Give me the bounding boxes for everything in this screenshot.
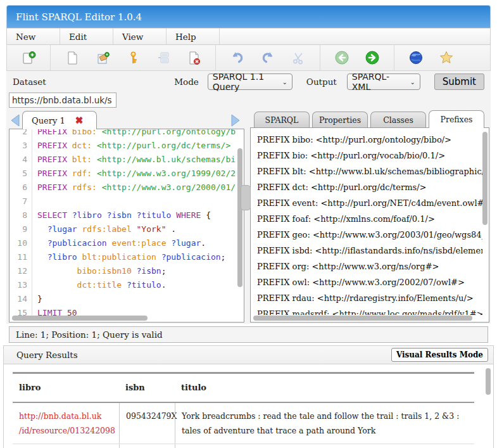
query-tab[interactable]: Query 1 ✖ [22, 111, 97, 129]
star-icon[interactable] [439, 50, 454, 65]
line-number: 7 [9, 195, 32, 208]
code-token: dct:title [37, 280, 122, 290]
result-uri-link[interactable]: http://bnb.data.bl.uk [19, 409, 113, 423]
undo-icon[interactable] [230, 50, 245, 65]
output-select[interactable]: SPARQL-XML ⌄ [347, 74, 420, 90]
chevron-down-icon: ⌄ [410, 79, 415, 86]
code-token: <http://www.w3.org/2000/01/ [97, 182, 236, 192]
toolbar-group-nav [320, 45, 394, 70]
results-table: libro isbn titulo http://bnb.data.bl.uk/… [13, 372, 474, 448]
prefix-item[interactable]: PREFIX geo: <http://www.w3.org/2003/01/g… [257, 227, 482, 243]
tab-classes[interactable]: Classes [370, 112, 426, 128]
prefix-item[interactable]: PREFIX foaf: <http://xmlns.com/foaf/0.1/… [257, 211, 482, 227]
code-line: 6PREFIX rdfs: <http://www.w3.org/2000/01… [9, 181, 244, 195]
main-split: Query 1 ✖ 2PREFIX bibo: <http://purl.org… [6, 109, 491, 324]
editor-hscroll-thumb[interactable] [12, 316, 148, 321]
prefix-item[interactable]: PREFIX owl: <http://www.w3.org/2002/07/o… [257, 274, 482, 290]
panel-splitter-handle[interactable] [241, 185, 251, 210]
code-token: blt: [67, 155, 92, 164]
app-title: Flint SPARQL Editor 1.0.4 [16, 11, 142, 23]
mode-select[interactable]: SPARQL 1.1 Query ⌄ [208, 74, 293, 90]
dataset-input-row [6, 91, 491, 109]
menu-new[interactable]: New [7, 29, 60, 44]
menu-view[interactable]: View [113, 29, 167, 44]
menu-help[interactable]: Help [167, 29, 220, 44]
prefix-item[interactable]: PREFIX dct: <http://purl.org/dc/terms/> [257, 179, 482, 195]
forward-arrow-icon[interactable] [365, 50, 380, 65]
line-number: 12 [9, 264, 32, 278]
tab-sparql[interactable]: SPARQL [254, 112, 310, 128]
reference-panel-column: SPARQL Properties Classes Prefixes PREFI… [250, 109, 489, 323]
status-text: Line: 1; Position: 1; Query is valid [16, 330, 163, 340]
redo-icon[interactable] [260, 50, 275, 65]
query-tab-strip: Query 1 ✖ [9, 109, 244, 129]
dataset-input[interactable] [9, 93, 116, 108]
code-lines: 2PREFIX bibo: <http://purl.org/ontology/… [9, 129, 244, 320]
tab-properties[interactable]: Properties [312, 112, 368, 128]
controls-row: Dataset Mode SPARQL 1.1 Query ⌄ Output S… [6, 71, 491, 91]
code-token: ; [161, 266, 167, 276]
line-number: 2 [9, 129, 32, 139]
column-header-titulo: titulo [175, 374, 474, 402]
results-title: Query Results [16, 350, 78, 360]
delete-page-icon[interactable] [186, 50, 201, 65]
line-number: 3 [9, 139, 32, 153]
mode-label: Mode [174, 77, 199, 87]
save-page-icon [156, 50, 171, 65]
prefix-item[interactable]: PREFIX bio: <http://purl.org/vocab/bio/0… [257, 148, 482, 163]
submit-button[interactable]: Submit [434, 74, 484, 90]
line-number: 5 [9, 167, 32, 181]
result-cell-libro: http://bnb.data.bl.uk/id/resource/013527… [13, 444, 119, 448]
toolbar [6, 45, 491, 71]
results-body: libro isbn titulo http://bnb.data.bl.uk/… [4, 364, 493, 448]
panel-horizontal-scrollbar [251, 315, 489, 321]
code-token: WHERE [171, 210, 201, 220]
title-bar: Flint SPARQL Editor 1.0.4 [6, 5, 491, 28]
globe-icon[interactable] [408, 50, 424, 65]
prefix-item[interactable]: PREFIX blt: <http://www.bl.uk/schemas/bi… [257, 163, 482, 179]
code-editor[interactable]: 2PREFIX bibo: <http://purl.org/ontology/… [9, 129, 244, 323]
tab-prefixes[interactable]: Prefixes [429, 110, 484, 128]
code-line: 8SELECT ?libro ?isbn ?titulo WHERE { [9, 208, 244, 222]
code-token: ?libro [37, 252, 77, 262]
line-number: 13 [9, 278, 32, 292]
query-editor-column: Query 1 ✖ 2PREFIX bibo: <http://purl.org… [9, 109, 244, 323]
prefix-item[interactable]: PREFIX isbd: <http://iflastandards.info/… [257, 243, 482, 259]
reference-tab-strip: SPARQL Properties Classes Prefixes [250, 109, 489, 128]
panel-vscroll-thumb[interactable] [482, 132, 488, 225]
prefix-item[interactable]: PREFIX event: <http://purl.org/NET/c4dm/… [257, 195, 482, 211]
tab-scroll-right-icon[interactable] [230, 114, 241, 127]
column-header-libro: libro [13, 374, 119, 402]
close-tab-icon[interactable]: ✖ [75, 116, 84, 125]
results-vscroll-thumb[interactable] [486, 368, 491, 395]
code-line: 4PREFIX blt: <http://www.bl.uk/schemas/b… [9, 153, 244, 167]
page-plus-icon[interactable] [21, 50, 36, 65]
key-icon[interactable] [125, 50, 141, 65]
visual-results-mode-button[interactable]: Visual Results Mode [391, 348, 488, 362]
code-line: 5PREFIX rdf: <http://www.w3.org/1999/02/… [9, 167, 244, 181]
results-header-row: libro isbn titulo [13, 374, 474, 403]
code-text: ?publicacion event:place ?lugar. [32, 236, 206, 250]
code-text [32, 195, 37, 208]
code-line: 10 ?publicacion event:place ?lugar. [9, 236, 244, 250]
code-token: . [201, 238, 206, 248]
code-text: PREFIX rdf: <http://www.w3.org/1999/02/2 [32, 167, 236, 181]
editor-vscroll-thumb[interactable] [237, 148, 242, 287]
result-row: http://bnb.data.bl.uk/id/resource/013527… [13, 444, 474, 448]
prefix-item[interactable]: PREFIX org: <http://www.w3.org/ns/org#> [257, 259, 482, 274]
line-number: 4 [9, 153, 32, 167]
code-text: PREFIX blt: <http://www.bl.uk/schemas/bi [32, 153, 236, 167]
prefix-item[interactable]: PREFIX bibo: <http://purl.org/ontology/b… [257, 132, 482, 148]
result-cell-isbn: 981261219X [119, 444, 175, 448]
hand-page-icon[interactable] [95, 50, 110, 65]
code-token: ?titulo [122, 280, 161, 290]
tab-scroll-left-icon[interactable] [10, 114, 20, 127]
result-uri-link[interactable]: /id/resource/013242098 [19, 423, 113, 438]
menu-bar: New Edit View Help [6, 28, 491, 45]
code-token: PREFIX [37, 155, 67, 164]
menu-edit[interactable]: Edit [60, 29, 113, 44]
code-text: PREFIX bibo: <http://purl.org/ontology/b [32, 129, 236, 139]
panel-hscroll-thumb[interactable] [253, 316, 472, 321]
blank-page-icon[interactable] [65, 50, 80, 65]
prefix-item[interactable]: PREFIX rdau: <http://rdaregistry.info/El… [257, 290, 482, 306]
